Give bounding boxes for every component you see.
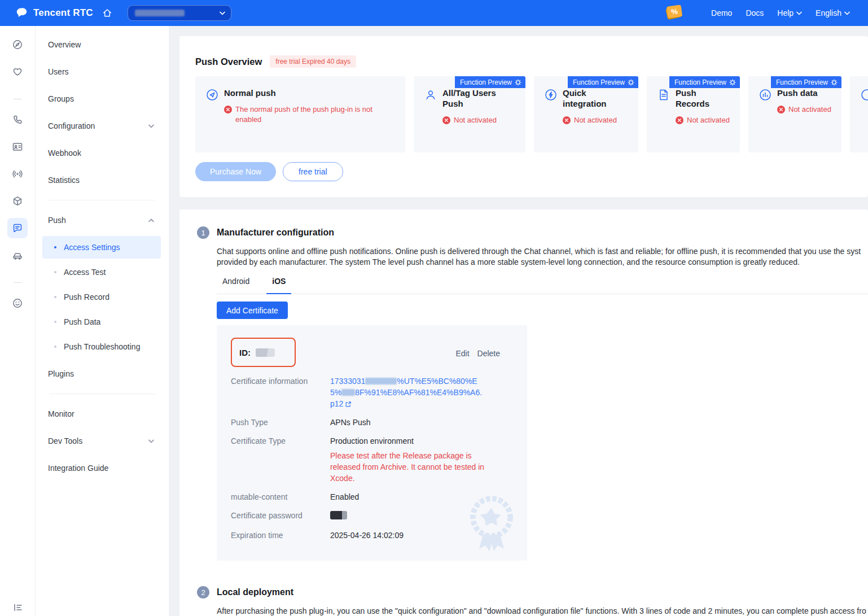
sidebar-item-integration-guide[interactable]: Integration Guide (36, 455, 169, 482)
tab-android[interactable]: Android (217, 277, 255, 294)
id-card-icon[interactable] (12, 133, 23, 160)
row-label: Certificate information (231, 375, 330, 409)
sidebar-item-plugins[interactable]: Plugins (36, 360, 169, 387)
sidebar-item-users[interactable]: Users (36, 58, 169, 85)
nav-demo[interactable]: Demo (711, 8, 732, 18)
sidebar-item-access-settings[interactable]: Access Settings (42, 236, 161, 259)
push-circle-icon (205, 88, 219, 102)
tab-ios[interactable]: iOS (266, 277, 291, 294)
manufacturer-configuration-title: Manufacturer configuration (217, 228, 334, 238)
push-overview-title: Push Overview (195, 56, 262, 67)
function-preview-gear-icon (515, 79, 521, 86)
local-deployment-description: After purchasing the push plug-in, you c… (217, 606, 868, 616)
heart-icon[interactable] (12, 58, 23, 85)
row-label: Certificate password (231, 510, 330, 522)
sidebar-item-configuration[interactable]: Configuration (36, 112, 169, 139)
feature-status: Not activated (563, 115, 628, 125)
chevron-down-icon (844, 11, 850, 15)
push-type-value: APNs Push (330, 417, 371, 428)
configuration-card: 1 Manufacturer configuration Chat suppor… (179, 209, 868, 616)
free-trial-button[interactable]: free trial (283, 162, 343, 181)
description-line: provided by each manufacturer. The syste… (217, 257, 868, 268)
collapse-sidebar-icon[interactable] (0, 602, 36, 613)
sidebar-label: Dev Tools (48, 436, 82, 445)
external-link-icon (345, 401, 352, 408)
description-line: After purchasing the push plug-in, you c… (217, 606, 868, 616)
row-label: Expiration time (231, 530, 330, 541)
certificate-row-password: Certificate password (231, 510, 513, 522)
rail-divider (14, 99, 21, 99)
delete-link[interactable]: Delete (477, 349, 500, 358)
bullet-icon (54, 271, 56, 273)
error-icon (676, 116, 683, 124)
redacted-text (365, 378, 397, 385)
sidebar-item-push-data[interactable]: Push Data (42, 311, 161, 333)
trial-expired-badge: free trial Expired 40 days (270, 55, 356, 68)
app-selector-dropdown[interactable] (128, 5, 231, 21)
nav-help[interactable]: Help (777, 8, 802, 18)
feature-card-push-data: Function Preview Push data Not activated (748, 76, 841, 152)
add-certificate-button[interactable]: Add Certificate (217, 302, 288, 319)
sidebar: Overview Users Groups Configuration Webh… (36, 26, 169, 616)
sidebar-item-webhook[interactable]: Webhook (36, 139, 169, 167)
sidebar-item-push-troubleshooting[interactable]: Push Troubleshooting (42, 335, 161, 358)
percent-icon: % (667, 5, 683, 18)
function-preview-gear-icon (831, 79, 838, 86)
nav-language[interactable]: English (816, 8, 850, 18)
broadcast-icon[interactable] (12, 160, 23, 187)
feature-cards-row: Normal push The normal push of the push … (195, 76, 868, 152)
function-preview-gear-icon (729, 79, 736, 86)
purchase-now-button[interactable]: Purchase Now (195, 162, 276, 181)
manufacturer-description: Chat supports online and offline push no… (217, 246, 868, 268)
function-preview-ribbon: Function Preview (669, 76, 740, 88)
push-overview-card: Push Overview free trial Expired 40 days… (179, 36, 868, 197)
car-icon[interactable] (12, 242, 23, 269)
certificate-file-link[interactable]: 17333031%UT%E5%BC%80%E5%8F%91%E8%AF%81%E… (330, 375, 484, 409)
sidebar-label: Users (48, 67, 69, 76)
sidebar-item-monitor[interactable]: Monitor (36, 400, 169, 427)
function-preview-ribbon: Function Preview (568, 76, 638, 88)
error-icon (442, 116, 450, 124)
chevron-down-icon (796, 11, 802, 15)
phone-icon[interactable] (12, 106, 23, 133)
expiration-time-value: 2025-04-26 14:02:09 (330, 530, 404, 541)
sidebar-item-overview[interactable]: Overview (36, 31, 169, 58)
error-icon (777, 106, 785, 113)
sidebar-divider (49, 200, 155, 200)
sidebar-item-access-test[interactable]: Access Test (42, 261, 161, 283)
sidebar-label: Groups (48, 94, 74, 103)
brand-name: Tencent RTC (33, 7, 93, 19)
edit-link[interactable]: Edit (455, 349, 469, 358)
sidebar-item-push[interactable]: Push (36, 207, 169, 234)
redacted-text (341, 389, 355, 396)
coupon-icon[interactable]: % (665, 5, 683, 21)
document-icon (657, 88, 670, 102)
sidebar-item-push-record[interactable]: Push Record (42, 286, 161, 308)
compass-icon[interactable] (12, 31, 23, 58)
feature-title: Normal push (224, 88, 395, 98)
home-icon[interactable] (102, 8, 112, 18)
certificate-type-value: Production environment (330, 435, 488, 447)
feature-card-partial: Function Preview (850, 76, 868, 152)
smiley-icon[interactable] (12, 290, 23, 317)
sidebar-item-statistics[interactable]: Statistics (36, 167, 169, 194)
nav-docs[interactable]: Docs (746, 8, 764, 18)
sidebar-label: Access Settings (64, 243, 120, 252)
feature-status-text: Not activated (687, 115, 730, 125)
step-number-2: 2 (197, 586, 209, 598)
rail-divider (14, 282, 21, 283)
sidebar-divider (49, 394, 155, 394)
cube-icon[interactable] (12, 187, 23, 215)
ribbon-label: Function Preview (674, 78, 726, 86)
lightning-circle-icon (544, 88, 558, 102)
sidebar-item-dev-tools[interactable]: Dev Tools (36, 427, 169, 455)
sidebar-label: Push Data (64, 317, 100, 326)
error-icon (563, 116, 571, 124)
sidebar-label: Push (48, 216, 66, 225)
bullet-icon (54, 296, 56, 298)
sidebar-item-groups[interactable]: Groups (36, 85, 169, 112)
chat-icon-active[interactable] (7, 215, 28, 242)
function-preview-ribbon: Function Preview (771, 76, 841, 88)
feature-title: All/Tag Users Push (442, 88, 515, 109)
certificate-row-information: Certificate information 17333031%UT%E5%B… (231, 375, 513, 409)
